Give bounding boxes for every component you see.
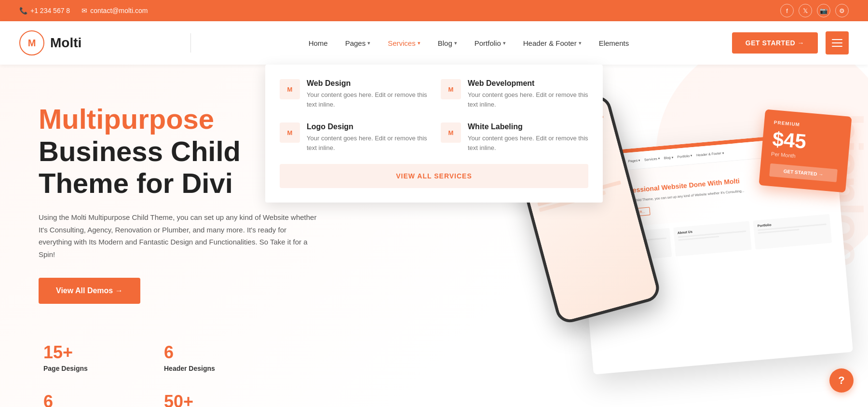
header-footer-arrow: ▾ [579, 40, 582, 46]
hero-title-rest: Business Child Theme for Divi [39, 136, 241, 199]
dropdown-web-design[interactable]: M Web Design Your content goes here. Edi… [280, 79, 427, 109]
price-card-cta[interactable]: GET STARTED → [769, 163, 838, 182]
settings-icon[interactable]: ⚙ [835, 4, 849, 17]
facebook-icon[interactable]: f [780, 4, 794, 17]
dropdown-web-dev[interactable]: M Web Development Your content goes here… [441, 79, 588, 109]
dropdown-white-labeling[interactable]: M White Labeling Your content goes here.… [441, 122, 588, 152]
wm-nav-blog: Blog ▾ [664, 155, 674, 160]
hero-description: Using the Molti Multipurpose Child Theme… [39, 211, 318, 260]
wm-nav-pages: Pages ▾ [628, 158, 640, 163]
logo-text: Molti [50, 35, 81, 51]
logo-design-title: Logo Design [307, 122, 427, 131]
stat-page-designs-number: 15+ [43, 342, 154, 363]
logo-design-content: Logo Design Your content goes here. Edit… [307, 122, 427, 152]
price-card-btn-label: GET STARTED → [783, 168, 823, 177]
web-design-icon: M [280, 79, 300, 99]
nav-header-footer[interactable]: Header & Footer ▾ [515, 34, 590, 52]
main-nav: Home Pages ▾ Services ▾ Blog ▾ Portfolio… [300, 34, 638, 52]
price-card: PREMIUM $45 Per Month GET STARTED → [759, 109, 852, 192]
pages-arrow: ▾ [367, 40, 370, 46]
price-card-amount: $45 [772, 129, 841, 155]
header: M Molti Home Pages ▾ Services ▾ Blog ▾ P… [0, 21, 868, 65]
ham-line-3 [832, 46, 842, 47]
help-button[interactable]: ? [829, 368, 854, 393]
nav-services[interactable]: Services ▾ [379, 34, 429, 52]
white-labeling-content: White Labeling Your content goes here. E… [468, 122, 588, 152]
stat-footer-designs: 6 Footer Designs [39, 382, 159, 407]
stats-section: 15+ Page Designs 6 Header Designs 6 Foot… [39, 333, 280, 407]
stat-element-designs-number: 50+ [164, 392, 275, 407]
logo-design-icon: M [280, 122, 300, 143]
stat-header-designs-number: 6 [164, 342, 275, 363]
hamburger-button[interactable] [826, 31, 849, 54]
stat-page-designs: 15+ Page Designs [39, 333, 159, 382]
stat-element-designs: 50+ Element Designs [159, 382, 280, 407]
ham-line-2 [832, 42, 842, 43]
wm-section-2: About Us [673, 221, 752, 257]
web-design-desc: Your content goes here. Edit or remove t… [307, 90, 427, 109]
stat-footer-designs-number: 6 [43, 392, 154, 407]
white-labeling-icon: M [441, 122, 461, 143]
wm-nav-header-footer: Header & Footer ▾ [696, 151, 724, 157]
web-dev-desc: Your content goes here. Edit or remove t… [468, 90, 588, 109]
portfolio-arrow: ▾ [503, 40, 506, 46]
top-bar: 📞 +1 234 567 8 ✉ contact@molti.com f 𝕏 📷… [0, 0, 868, 21]
wm-nav-portfolio: Portfolio ▾ [677, 154, 692, 159]
top-bar-left: 📞 +1 234 567 8 ✉ contact@molti.com [19, 7, 148, 14]
logo-icon: M [19, 30, 44, 55]
view-all-demos-button[interactable]: View All Demos → [39, 278, 140, 304]
services-arrow: ▾ [418, 40, 420, 46]
wm-nav-services: Services ▾ [644, 156, 660, 162]
dropdown-grid: M Web Design Your content goes here. Edi… [280, 79, 588, 152]
website-hero-title-accent: Molti [724, 177, 740, 186]
web-design-title: Web Design [307, 79, 427, 88]
wm-section-3: Portfolio [753, 214, 832, 249]
nav-pages[interactable]: Pages ▾ [337, 34, 380, 52]
email-icon: ✉ [81, 7, 87, 14]
nav-elements[interactable]: Elements [590, 34, 638, 52]
help-icon-label: ? [838, 374, 844, 387]
phone-contact: 📞 +1 234 567 8 [19, 7, 70, 14]
email-contact: ✉ contact@molti.com [81, 7, 148, 14]
hero-title-accent: Multipurpose [39, 103, 214, 135]
phone-icon: 📞 [19, 7, 27, 14]
social-links: f 𝕏 📷 ⚙ [780, 4, 849, 17]
email-address: contact@molti.com [90, 7, 148, 14]
stat-page-designs-label: Page Designs [43, 365, 154, 372]
logo-letter: M [28, 38, 36, 49]
services-dropdown: M Web Design Your content goes here. Edi… [265, 65, 603, 203]
nav-home[interactable]: Home [300, 34, 337, 52]
twitter-icon[interactable]: 𝕏 [799, 4, 812, 17]
view-all-services-label: VIEW ALL SERVICES [396, 172, 472, 180]
price-card-value: $45 [772, 127, 807, 153]
web-dev-title: Web Development [468, 79, 588, 88]
phone-number: +1 234 567 8 [30, 7, 70, 14]
view-all-services-button[interactable]: VIEW ALL SERVICES [280, 164, 588, 188]
nav-portfolio[interactable]: Portfolio ▾ [466, 34, 515, 52]
stat-header-designs-label: Header Designs [164, 365, 275, 372]
ham-line-1 [832, 39, 842, 40]
header-divider [190, 33, 191, 53]
header-right: GET STARTED → [732, 31, 849, 54]
white-labeling-title: White Labeling [468, 122, 588, 131]
nav-blog[interactable]: Blog ▾ [429, 34, 466, 52]
web-design-content: Web Design Your content goes here. Edit … [307, 79, 427, 109]
logo-design-desc: Your content goes here. Edit or remove t… [307, 134, 427, 152]
web-dev-icon: M [441, 79, 461, 99]
blog-arrow: ▾ [454, 40, 457, 46]
instagram-icon[interactable]: 📷 [817, 4, 830, 17]
stat-header-designs: 6 Header Designs [159, 333, 280, 382]
white-labeling-desc: Your content goes here. Edit or remove t… [468, 134, 588, 152]
logo-area[interactable]: M Molti [19, 30, 81, 55]
dropdown-logo-design[interactable]: M Logo Design Your content goes here. Ed… [280, 122, 427, 152]
web-dev-content: Web Development Your content goes here. … [468, 79, 588, 109]
get-started-button[interactable]: GET STARTED → [732, 32, 818, 54]
website-nav-links: Home Pages ▾ Services ▾ Blog ▾ Portfolio… [615, 151, 724, 164]
